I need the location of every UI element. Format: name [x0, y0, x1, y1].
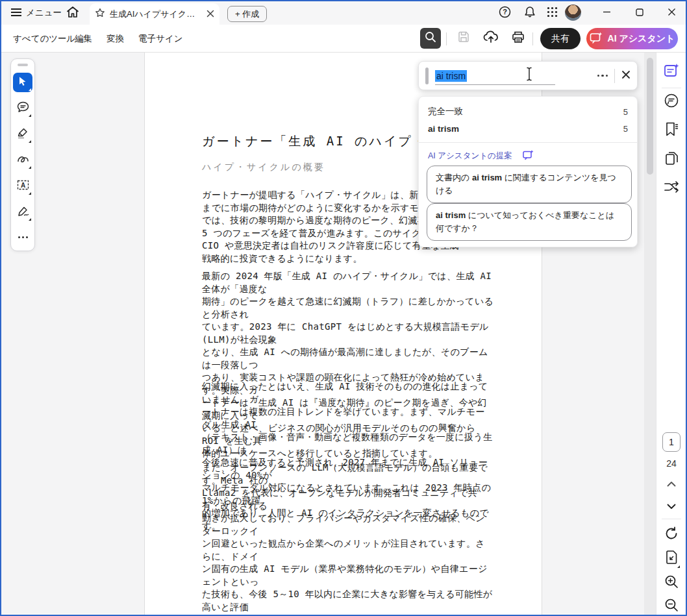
svg-text:A: A [20, 182, 25, 189]
ai-assistant-icon [590, 32, 603, 45]
user-avatar[interactable] [565, 5, 581, 21]
highlighter-icon [17, 127, 29, 142]
sidebar-divider [662, 519, 681, 519]
quick-tools-panel: A [10, 58, 35, 251]
ai-assistant-button[interactable]: AI アシスタント [586, 28, 678, 49]
print-button[interactable] [508, 28, 529, 49]
search-input-underline [435, 84, 555, 85]
rotate-icon [664, 526, 679, 543]
cloud-upload-button[interactable] [481, 28, 501, 49]
page-number-input[interactable]: 1 [662, 432, 681, 452]
pages-panel-button[interactable] [656, 151, 686, 169]
organize-pages-button[interactable] [656, 180, 686, 196]
scrollbar-thumb[interactable] [647, 58, 653, 175]
close-tab-icon[interactable] [206, 8, 214, 20]
menu-convert[interactable]: 変換 [106, 25, 124, 53]
create-label: + 作成 [235, 8, 259, 20]
fit-page-icon [665, 550, 679, 568]
home-button[interactable] [66, 1, 79, 25]
search-input[interactable]: ai trism [435, 62, 591, 90]
bookmarks-panel-button[interactable] [656, 121, 686, 140]
result-label: ai trism [428, 124, 459, 134]
search-icon [425, 31, 436, 45]
svg-text:?: ? [503, 8, 507, 16]
ai-suggestions-header: AI アシスタントの提案 [428, 150, 534, 162]
cloud-upload-icon [483, 30, 499, 47]
search-drag-handle[interactable] [425, 68, 429, 84]
fill-and-sign-icon [17, 206, 29, 219]
comment-bubble-icon [17, 101, 29, 116]
more-tools-icon [18, 236, 28, 238]
draw-tool-button[interactable] [13, 151, 32, 170]
sign-tool-button[interactable] [13, 203, 32, 222]
search-result-category[interactable]: 完全一致 5 [428, 104, 628, 119]
close-window-icon [668, 7, 676, 19]
app-grid-button[interactable] [547, 1, 558, 25]
add-text-box-icon: A [17, 179, 29, 193]
share-label: 共有 [551, 33, 569, 45]
share-button[interactable]: 共有 [540, 28, 581, 49]
ai-suggestions-icon[interactable] [523, 150, 534, 162]
ai-suggestion-card[interactable]: ai trism について知っておくべき重要なことは何ですか？ [427, 203, 632, 241]
search-more-options-button[interactable] [597, 75, 608, 77]
current-page: 1 [669, 437, 674, 447]
ai-suggestion-card[interactable]: 文書内の ai trism に関連するコンテンツを見つける [427, 166, 632, 203]
help-button[interactable]: ? [499, 1, 511, 25]
menu-edit[interactable]: 編集 [75, 25, 92, 53]
comments-panel-button[interactable] [656, 93, 686, 111]
organize-pages-icon [664, 180, 679, 196]
panel-drag-handle[interactable] [18, 64, 28, 66]
search-result-term[interactable]: ai trism 5 [428, 121, 628, 136]
vertical-scrollbar[interactable] [644, 53, 656, 615]
save-icon [457, 31, 470, 46]
chevron-up-icon [667, 478, 676, 489]
save-button[interactable] [453, 28, 474, 49]
notifications-button[interactable] [524, 1, 536, 25]
search-button[interactable] [420, 28, 441, 49]
maximize-button[interactable] [627, 1, 653, 25]
highlight-tool-button[interactable] [13, 125, 32, 144]
main-menu-button[interactable]: メニュー [10, 1, 62, 25]
search-results-panel: 完全一致 5 ai trism 5 AI アシスタントの提案 文書内の ai t… [418, 96, 638, 247]
search-close-button[interactable] [621, 70, 631, 82]
minimize-button[interactable] [593, 1, 619, 25]
text-cursor-icon [525, 67, 534, 84]
ai-assistant-panel-button[interactable] [656, 63, 686, 81]
rotate-page-button[interactable] [656, 526, 686, 543]
document-paragraph: また、オープンソースの LLM（大規模言語モデル）の台頭も重要です。Meta 社… [202, 462, 494, 616]
pages-icon [664, 151, 679, 169]
menu-all-tools[interactable]: すべてのツール [13, 25, 75, 53]
create-button[interactable]: + 作成 [227, 6, 267, 22]
toolbar-divider [446, 32, 447, 45]
total-pages: 24 [656, 458, 686, 469]
search-query-selected-text: ai trism [435, 70, 467, 82]
home-icon [66, 6, 79, 20]
document-subheading: ハイプ・サイクルの概要 [202, 162, 325, 173]
menu-esign[interactable]: 電子サイン [138, 25, 182, 53]
avatar [565, 5, 581, 21]
select-cursor-icon [18, 76, 28, 90]
bell-icon [524, 6, 536, 20]
add-text-tool-button[interactable]: A [13, 177, 32, 196]
titlebar: メニュー 生成AIハイプサイクル解... + 作成 ? [1, 1, 686, 25]
next-page-button[interactable] [656, 500, 686, 512]
minimize-icon [603, 7, 611, 19]
result-count: 5 [623, 124, 628, 134]
ai-assistant-label: AI アシスタント [608, 33, 675, 45]
bookmarks-icon [664, 121, 679, 140]
star-icon[interactable] [95, 8, 105, 21]
print-icon [511, 31, 525, 47]
fit-page-button[interactable] [656, 550, 686, 568]
zoom-out-button[interactable] [656, 598, 686, 615]
previous-page-button[interactable] [656, 478, 686, 489]
comment-tool-button[interactable] [13, 99, 32, 118]
more-tools-button[interactable] [13, 227, 32, 247]
close-window-button[interactable] [658, 1, 684, 25]
app-grid-icon [547, 6, 558, 19]
tab-title: 生成AIハイプサイクル解... [110, 8, 202, 20]
document-tab[interactable]: 生成AIハイプサイクル解... [90, 3, 219, 25]
select-tool-button[interactable] [13, 73, 32, 92]
hamburger-menu-icon [10, 8, 22, 19]
zoom-in-button[interactable] [656, 574, 686, 591]
help-icon: ? [499, 6, 511, 20]
